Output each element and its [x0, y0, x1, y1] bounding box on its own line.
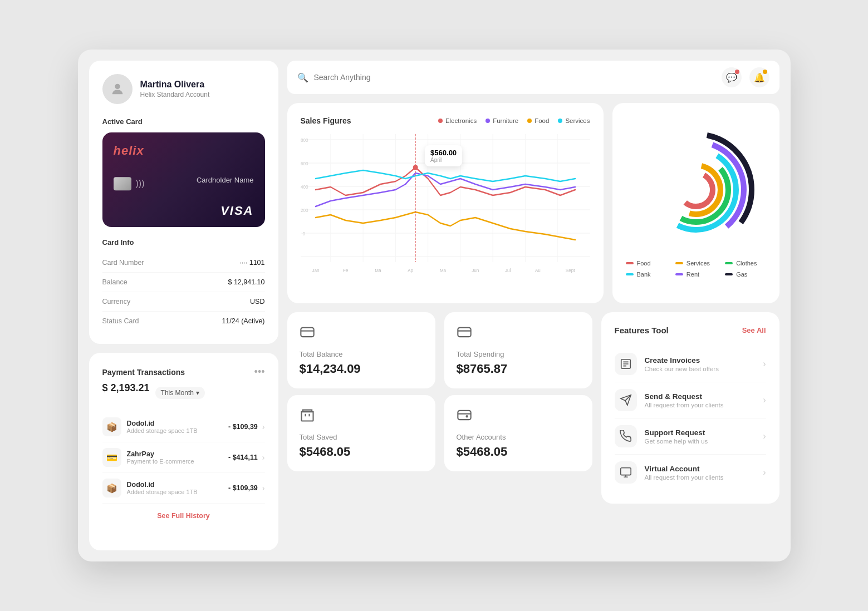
- donut-legend-food: Food: [626, 260, 666, 267]
- svg-point-0: [115, 84, 120, 89]
- donut-chart-card: Food Services Clothes Bank: [612, 103, 779, 303]
- transaction-desc-1: Added storage space 1TB: [127, 427, 198, 434]
- legend-dot-services: [558, 119, 562, 123]
- card-info-label: Card Info: [102, 238, 265, 247]
- currency-label: Currency: [102, 298, 131, 306]
- legend-label-furniture: Furniture: [493, 117, 518, 124]
- chevron-right-virtual: ›: [763, 467, 766, 477]
- svg-text:Ma: Ma: [439, 268, 445, 274]
- chart-tooltip: $560.00 April: [425, 145, 462, 166]
- avatar: [102, 74, 133, 104]
- svg-text:Sept: Sept: [565, 268, 575, 274]
- contactless-icon: ))): [136, 179, 145, 189]
- balance-label: Balance: [102, 278, 127, 286]
- search-input[interactable]: [314, 73, 722, 82]
- credit-card: helix ))) Cardholder Name VISA: [102, 132, 265, 227]
- bottom-row: Total Balance $14,234.09 Total Saved $54…: [287, 312, 779, 504]
- transaction-item-3[interactable]: 📦 Dodol.id Added storage space 1TB - $10…: [102, 473, 265, 504]
- chart-header: Sales Figures Electronics Furniture F: [301, 116, 590, 125]
- card-number-value: ···· 1101: [239, 259, 264, 267]
- card-info-row-number: Card Number ···· 1101: [102, 253, 265, 273]
- donut-chart: [635, 129, 757, 251]
- see-all-button[interactable]: See All: [742, 326, 766, 334]
- svg-text:200: 200: [301, 208, 308, 214]
- transaction-item-2[interactable]: 💳 ZahrPay Payment to E-commerce - $414,1…: [102, 442, 265, 473]
- chevron-right-icon-2: ›: [262, 453, 265, 462]
- legend-services: Services: [558, 117, 590, 124]
- status-label: Status Card: [102, 317, 139, 325]
- transaction-item-1[interactable]: 📦 Dodol.id Added storage space 1TB - $10…: [102, 412, 265, 442]
- see-full-history[interactable]: See Full History: [102, 510, 265, 520]
- svg-text:600: 600: [301, 161, 308, 167]
- notifications-button[interactable]: 🔔: [749, 67, 769, 87]
- feature-send-request[interactable]: Send & Request All request from your cli…: [615, 382, 766, 418]
- feature-create-invoices[interactable]: Create Invoices Check our new best offer…: [615, 346, 766, 382]
- chevron-right-icon-3: ›: [262, 484, 265, 492]
- transaction-name-2: ZahrPay: [127, 450, 194, 458]
- transaction-amount-1: - $109,39: [228, 423, 258, 431]
- total-balance-value: $14,234.09: [300, 362, 423, 376]
- total-saved-value: $5468.05: [300, 445, 423, 459]
- total-spending-label: Total Spending: [457, 350, 580, 358]
- line-chart-area: $560.00 April 800 600 400: [301, 134, 590, 290]
- feature-support[interactable]: Support Request Get some help with us ›: [615, 418, 766, 455]
- card-chip: ))): [114, 177, 145, 190]
- legend-dot-electronics: [438, 119, 443, 123]
- features-panel: Features Tool See All Create Invoices Ch…: [601, 312, 779, 504]
- month-label: This Month: [161, 389, 194, 397]
- month-selector[interactable]: This Month ▾: [155, 387, 205, 399]
- transaction-desc-3: Added storage space 1TB: [127, 489, 198, 495]
- feature-send-name: Send & Request: [645, 392, 724, 401]
- total-balance-card: Total Balance $14,234.09: [287, 312, 435, 388]
- search-icon: 🔍: [297, 72, 308, 83]
- amount-row: $ 2,193.21 This Month ▾: [102, 382, 265, 403]
- feature-support-desc: Get some help with us: [645, 438, 708, 445]
- svg-point-33: [656, 150, 736, 230]
- transaction-name-1: Dodol.id: [127, 420, 198, 427]
- chip-icon: [114, 177, 131, 190]
- svg-rect-39: [458, 411, 470, 420]
- right-panel: 🔍 💬 🔔 Sales Figures: [287, 61, 779, 550]
- user-account-type: Helix Standard Account: [140, 91, 210, 98]
- tooltip-value: $560.00: [430, 149, 457, 157]
- left-mini-cards: Total Balance $14,234.09 Total Saved $54…: [287, 312, 435, 504]
- svg-text:Jul: Jul: [504, 268, 510, 274]
- transaction-name-3: Dodol.id: [127, 481, 198, 489]
- see-full-history-link[interactable]: See Full History: [157, 512, 209, 520]
- donut-legend-gas: Gas: [725, 271, 766, 278]
- transaction-icon-2: 💳: [102, 448, 121, 467]
- legend-dot-food: [527, 119, 532, 123]
- feature-invoices-desc: Check our new best offers: [645, 366, 719, 372]
- card-section: Martina Olivera Helix Standard Account A…: [89, 61, 278, 344]
- svg-point-21: [413, 165, 418, 170]
- total-saved-label: Total Saved: [300, 433, 423, 441]
- svg-rect-42: [620, 468, 630, 475]
- card-visa: VISA: [220, 204, 253, 218]
- other-accounts-value: $5468.05: [457, 445, 580, 459]
- legend-label-food: Food: [534, 117, 549, 124]
- feature-virtual-name: Virtual Account: [645, 465, 724, 473]
- tooltip-label: April: [430, 157, 457, 163]
- donut-bar-gas: [725, 273, 733, 275]
- more-options-button[interactable]: •••: [254, 366, 265, 378]
- chat-icon: 💬: [726, 72, 737, 83]
- features-title: Features Tool: [615, 326, 669, 335]
- svg-text:Jan: Jan: [312, 268, 319, 274]
- donut-bar-clothes: [725, 262, 733, 264]
- donut-bar-food: [626, 262, 634, 264]
- svg-point-36: [679, 173, 713, 206]
- legend-food: Food: [527, 117, 549, 124]
- svg-text:Ap: Ap: [408, 268, 413, 274]
- card-info-row-status: Status Card 11/24 (Active): [102, 312, 265, 331]
- balance-value: $ 12,941.10: [228, 278, 264, 286]
- line-chart-card: Sales Figures Electronics Furniture F: [287, 103, 604, 303]
- svg-text:Jun: Jun: [472, 268, 479, 274]
- svg-rect-38: [458, 328, 470, 337]
- feature-virtual-account[interactable]: Virtual Account All request from your cl…: [615, 455, 766, 490]
- notifications-badge: [763, 70, 767, 74]
- svg-text:400: 400: [301, 184, 308, 190]
- total-saved-card: Total Saved $5468.05: [287, 395, 435, 471]
- messages-button[interactable]: 💬: [722, 67, 742, 87]
- spending-icon: [457, 324, 580, 343]
- messages-badge: [735, 70, 739, 74]
